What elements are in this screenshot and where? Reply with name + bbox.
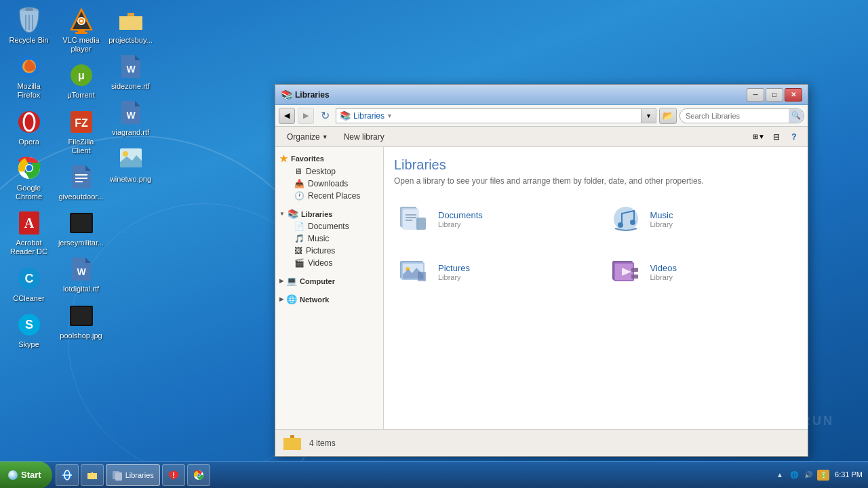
explorer-window: 📚 Libraries ─ □ ✕ ◀ ▶ ↻ 📚 Libraries ▼ ▼ … — [275, 84, 808, 457]
tray-network-icon[interactable]: 🌐 — [789, 470, 800, 481]
viagrand-label: viagrand.rtf — [112, 128, 149, 137]
svg-rect-34 — [71, 214, 92, 232]
library-item-videos[interactable]: Videos Library — [606, 252, 798, 291]
address-text[interactable]: Libraries — [353, 111, 384, 121]
minimize-button[interactable]: ─ — [747, 88, 764, 102]
nav-item-recent-places[interactable]: 🕐 Recent Places — [275, 190, 383, 202]
organize-button[interactable]: Organize ▼ — [281, 129, 334, 145]
search-button[interactable]: 🔍 — [789, 108, 804, 123]
desktop-icon-acrobat[interactable]: A Acrobat Reader DC — [3, 206, 54, 260]
address-dropdown[interactable]: ▼ — [642, 108, 656, 123]
back-button[interactable]: ◀ — [279, 108, 295, 124]
projectsbuy-label: projectsbuy... — [108, 36, 153, 45]
svg-point-43 — [123, 151, 128, 157]
svg-rect-37 — [71, 307, 92, 325]
sidezone-icon: W — [117, 53, 144, 80]
search-box: 🔍 — [679, 108, 804, 123]
clock-time: 6:31 PM — [835, 470, 863, 479]
desktop-icon-giveoutdoor[interactable]: giveoutdoor... — [56, 160, 106, 205]
desktop-icon-poolshop[interactable]: poolshop.jpg — [56, 299, 106, 344]
library-grid: Documents Library — [394, 199, 797, 291]
desktop-icon-winetwo[interactable]: winetwo.png — [105, 142, 156, 187]
lotdigital-label: lotdigital.rtf — [63, 285, 99, 293]
desktop-icon-utorrent[interactable]: μ µTorrent — [56, 58, 106, 103]
nav-group-favorites[interactable]: ★ Favorites — [275, 150, 383, 165]
taskbar-chrome-button[interactable] — [187, 464, 210, 486]
nav-item-desktop[interactable]: 🖥 Desktop — [275, 165, 383, 178]
svg-text:!: ! — [172, 472, 174, 479]
title-bar: 📚 Libraries ─ □ ✕ — [275, 85, 808, 105]
taskbar-security-button[interactable]: ! — [162, 464, 185, 486]
nav-group-network[interactable]: ▶ 🌐 Network — [275, 291, 383, 306]
toolbar: Organize ▼ New library ⊞▼ ⊟ ? — [275, 127, 808, 147]
desktop-icon-lotdigital[interactable]: W lotdigital.rtf — [56, 252, 106, 297]
tray-arrow-icon[interactable]: ▲ — [774, 470, 785, 481]
utorrent-icon: μ — [68, 62, 95, 89]
nav-group-computer[interactable]: ▶ 💻 Computer — [275, 273, 383, 287]
svg-rect-70 — [87, 473, 97, 479]
libraries-task-label: Libraries — [125, 471, 154, 479]
nav-item-videos[interactable]: 🎬 Videos — [275, 257, 383, 269]
videos-library-name: Videos — [650, 263, 677, 273]
firefox-label: Mozilla Firefox — [7, 82, 51, 100]
filezilla-label: FileZilla Client — [59, 138, 103, 155]
utorrent-label: µTorrent — [67, 91, 95, 100]
downloads-nav-icon: 📥 — [294, 179, 304, 188]
desktop-icon-sidezone[interactable]: W sidezone.rtf — [105, 49, 156, 94]
start-button[interactable]: Start — [0, 462, 52, 489]
taskbar-folder-button[interactable] — [81, 464, 104, 486]
taskbar-ie-button[interactable] — [56, 464, 79, 486]
opera-label: Opera — [18, 138, 39, 146]
svg-rect-58 — [418, 272, 426, 281]
svg-rect-65 — [283, 438, 301, 450]
search-input[interactable] — [680, 112, 789, 120]
skype-label: Skype — [18, 340, 39, 349]
documents-library-type: Library — [438, 220, 483, 228]
tray-battery-icon[interactable]: 🔋 — [817, 470, 829, 481]
desktop-icon-viagrand[interactable]: W viagrand.rtf — [105, 96, 156, 140]
svg-rect-64 — [631, 274, 638, 279]
desktop-icon-ccleaner[interactable]: C CCleaner — [3, 262, 54, 306]
maximize-button[interactable]: □ — [766, 88, 783, 102]
videos-nav-icon: 🎬 — [294, 258, 304, 268]
close-button[interactable]: ✕ — [785, 88, 802, 102]
music-library-text: Music Library — [650, 210, 673, 228]
library-item-documents[interactable]: Documents Library — [394, 199, 586, 239]
svg-point-25 — [80, 20, 83, 22]
recycle-bin-label: Recycle Bin — [9, 36, 48, 45]
skype-icon: S — [16, 311, 43, 338]
desktop-icon-chrome[interactable]: Google Chrome — [3, 151, 54, 205]
new-library-button[interactable]: New library — [338, 129, 391, 145]
preview-pane-button[interactable]: ⊟ — [768, 129, 785, 144]
forward-button[interactable]: ▶ — [298, 108, 314, 124]
help-button[interactable]: ? — [786, 129, 802, 144]
desktop-icon-recycle-bin[interactable]: Recycle Bin — [3, 3, 54, 48]
desktop-nav-icon: 🖥 — [294, 167, 302, 176]
documents-library-name: Documents — [438, 210, 483, 220]
winetwo-label: winetwo.png — [110, 175, 151, 184]
go-to-folder-button[interactable]: 📂 — [659, 108, 677, 124]
svg-rect-38 — [119, 16, 142, 30]
library-item-pictures[interactable]: Pictures Library — [394, 252, 586, 291]
view-change-button[interactable]: ⊞▼ — [751, 129, 767, 144]
nav-item-downloads[interactable]: 📥 Downloads — [275, 178, 383, 190]
desktop-icon-filezilla[interactable]: FZ FileZilla Client — [56, 105, 106, 159]
desktop-icon-firefox[interactable]: Mozilla Firefox — [3, 49, 54, 103]
desktop-icon-skype[interactable]: S Skype — [3, 308, 54, 352]
nav-item-pictures[interactable]: 🖼 Pictures — [275, 245, 383, 257]
pictures-library-name: Pictures — [438, 263, 470, 273]
clock: 6:31 PM — [835, 470, 863, 479]
desktop-icon-projectsbuy[interactable]: projectsbuy... — [105, 3, 156, 48]
tray-volume-icon[interactable]: 🔊 — [803, 470, 814, 481]
desktop-icon-vlc[interactable]: VLC media player — [56, 3, 106, 57]
taskbar-libraries-task[interactable]: Libraries — [106, 464, 160, 486]
desktop-icon-jerseymilitar[interactable]: jerseymilitar... — [56, 206, 106, 251]
refresh-button[interactable]: ↻ — [317, 108, 333, 124]
library-item-music[interactable]: Music Library — [606, 199, 798, 239]
desktop-icon-opera[interactable]: Opera — [3, 105, 54, 150]
nav-item-documents[interactable]: 📄 Documents — [275, 220, 383, 232]
projectsbuy-icon — [117, 7, 144, 34]
nav-group-libraries[interactable]: ▼ 📚 Libraries — [275, 206, 383, 220]
svg-rect-1 — [25, 8, 33, 11]
nav-item-music[interactable]: 🎵 Music — [275, 232, 383, 245]
